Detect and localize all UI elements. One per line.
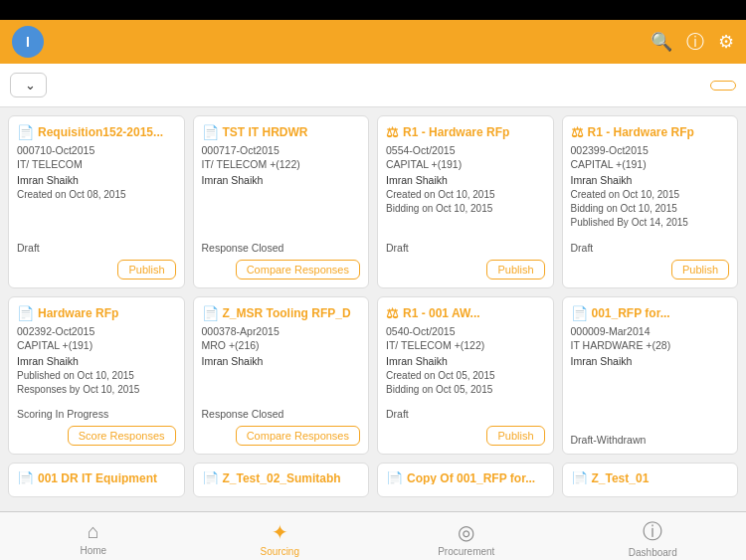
sourcing-tab-icon: ✦ [272,520,288,544]
procurement-tab-icon: ◎ [458,520,474,544]
chevron-down-icon: ⌄ [25,78,36,93]
card-title: ⚖ R1 - 001 AW... [386,305,545,321]
document-icon: 📄 [386,471,403,484]
card-title: 📄 001_RFP for... [571,305,730,321]
document-icon: 📄 [17,124,34,140]
card-dates: Created on Oct 10, 2015Bidding on Oct 10… [571,188,730,236]
card-title: 📄 Requisition152-2015... [17,124,176,140]
tab-home[interactable]: ⌂ Home [0,516,187,556]
settings-icon[interactable]: ⚙ [718,31,734,53]
card-dates: Created on Oct 05, 2015Bidding on Oct 05… [386,369,545,403]
card-category: CAPITAL +(191) [17,339,176,351]
card-footer: Publish [571,256,730,280]
card-title: 📄 Z_Test_02_Sumitabh [202,471,361,484]
card-title: ⚖ R1 - Hardware RFp [386,124,545,140]
card-title-text: Hardware RFp [38,306,118,320]
tab-procurement[interactable]: ◎ Procurement [373,516,560,557]
card-title-text: R1 - Hardware RFp [403,125,509,139]
card-dates-empty [202,369,361,403]
card-action-button[interactable]: Publish [671,260,729,280]
card-item: 📄 001 DR IT Equipment [8,463,185,497]
create-new-button[interactable] [710,81,736,91]
card-item: ⚖ R1 - 001 AW... 0540-Oct/2015 IT/ TELEC… [377,296,554,456]
card-number: 000710-Oct2015 [17,144,176,156]
cards-grid: 📄 Requisition152-2015... 000710-Oct2015 … [0,107,746,511]
card-status: Response Closed [202,408,361,420]
document-icon: 📄 [202,124,219,140]
document-icon: 📄 [571,471,588,484]
avatar: I [12,26,44,58]
card-author: Imran Shaikh [202,174,361,186]
sourcing-tab-label: Sourcing [261,546,299,557]
card-title-text: Z_Test_01 [592,471,650,484]
card-category: CAPITAL +(191) [571,158,730,170]
card-footer: Publish [17,256,176,280]
card-title-text: Copy Of 001_RFP for... [407,471,535,484]
card-status: Draft [571,242,730,254]
card-author: Imran Shaikh [202,355,361,367]
card-item: ⚖ R1 - Hardware RFp 0554-Oct/2015 CAPITA… [377,115,554,288]
document-icon: 📄 [17,305,34,321]
document-icon: 📄 [17,471,34,484]
card-action-button[interactable]: Score Responses [68,426,176,446]
card-author: Imran Shaikh [386,355,545,367]
tab-dashboard[interactable]: ⓘ Dashboard [560,514,747,558]
card-status: Draft [17,242,176,254]
card-status: Draft [386,242,545,254]
card-title: 📄 Z_MSR Tooling RFP_D [202,305,361,321]
card-number: 000009-Mar2014 [571,325,730,337]
home-tab-icon: ⌂ [88,520,99,543]
card-footer: Score Responses [17,422,176,446]
card-number: 000717-Oct2015 [202,144,361,156]
filter-button[interactable]: ⌄ [10,73,47,97]
card-category: IT/ TELECOM +(122) [202,158,361,170]
nav-icons: 🔍 ⓘ ⚙ [651,30,734,54]
card-action-button[interactable]: Publish [117,260,175,280]
card-status: Response Closed [202,242,361,254]
document-icon: 📄 [202,305,219,321]
gavel-icon: ⚖ [386,305,399,321]
card-item: 📄 Hardware RFp 002392-Oct2015 CAPITAL +(… [8,296,185,456]
card-item: 📄 001_RFP for... 000009-Mar2014 IT HARDW… [562,296,739,456]
card-status: Scoring In Progress [17,408,176,420]
card-item: 📄 Copy Of 001_RFP for... [377,463,554,497]
dashboard-tab-icon: ⓘ [643,518,662,545]
card-dates-empty [571,369,730,429]
card-action-button[interactable]: Compare Responses [236,260,360,280]
card-footer: Publish [386,422,545,446]
status-bar [0,0,746,20]
card-author: Imran Shaikh [17,174,176,186]
tab-sourcing[interactable]: ✦ Sourcing [187,516,374,557]
card-author: Imran Shaikh [386,174,545,186]
card-number: 002392-Oct2015 [17,325,176,337]
card-action-button[interactable]: Publish [486,426,544,446]
help-icon[interactable]: ⓘ [686,30,704,54]
card-footer: Publish [386,256,545,280]
procurement-tab-label: Procurement [438,546,494,557]
search-icon[interactable]: 🔍 [651,31,672,53]
toolbar: ⌄ [0,64,746,107]
card-item: 📄 Requisition152-2015... 000710-Oct2015 … [8,115,185,288]
card-dates: Created on Oct 08, 2015 [17,188,176,236]
card-number: 0554-Oct/2015 [386,144,545,156]
gavel-icon: ⚖ [571,124,584,140]
card-number: 002399-Oct2015 [571,144,730,156]
card-title: 📄 Z_Test_01 [571,471,730,484]
card-title-text: TST IT HRDWR [223,125,308,139]
card-action-button[interactable]: Publish [486,260,544,280]
card-title: ⚖ R1 - Hardware RFp [571,124,730,140]
card-item: 📄 Z_MSR Tooling RFP_D 000378-Apr2015 MRO… [193,296,370,456]
card-title-text: 001 DR IT Equipment [38,471,157,484]
gavel-icon: ⚖ [386,124,399,140]
card-category: IT HARDWARE +(28) [571,339,730,351]
card-title: 📄 TST IT HRDWR [202,124,361,140]
card-number: 000378-Apr2015 [202,325,361,337]
card-title-text: Z_MSR Tooling RFP_D [223,306,351,320]
card-status: Draft [386,408,545,420]
card-dates: Created on Oct 10, 2015Bidding on Oct 10… [386,188,545,236]
card-title: 📄 Hardware RFp [17,305,176,321]
card-action-button[interactable]: Compare Responses [236,426,360,446]
card-item: ⚖ R1 - Hardware RFp 002399-Oct2015 CAPIT… [562,115,739,288]
dashboard-tab-label: Dashboard [629,547,677,558]
card-title: 📄 Copy Of 001_RFP for... [386,471,545,484]
